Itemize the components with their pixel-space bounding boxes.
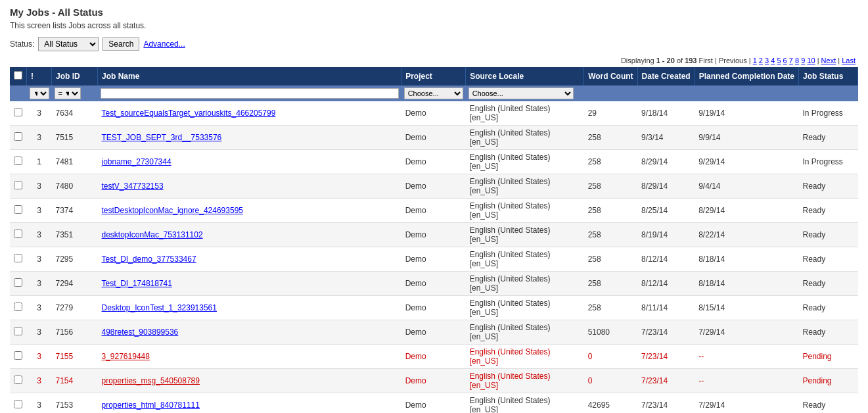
page-description: This screen lists Jobs across all status…: [10, 21, 858, 30]
row-checkbox[interactable]: [14, 303, 22, 311]
row-source-locale: English (United States) [en_US]: [466, 369, 584, 393]
jobname-filter-input[interactable]: [101, 88, 399, 99]
row-job-name: Desktop_IconTest_1_323913561: [98, 296, 401, 320]
row-job-name: Test_DI_174818741: [98, 272, 401, 296]
job-name-link[interactable]: Test_DI_174818741: [102, 279, 172, 288]
table-row: 3 7351 desktopIconMac_753131102 Demo Eng…: [10, 223, 858, 247]
header-project: Project: [401, 67, 466, 85]
row-exclamation: 3: [27, 272, 52, 296]
row-word-count: 0: [584, 369, 637, 393]
row-word-count: 258: [584, 296, 637, 320]
row-checkbox[interactable]: [14, 181, 22, 189]
row-job-status: In Progress: [799, 101, 858, 126]
locale-filter-select[interactable]: Choose... English (United States) [en_US…: [468, 87, 574, 99]
row-source-locale: English (United States) [en_US]: [466, 199, 584, 223]
row-source-locale: English (United States) [en_US]: [466, 150, 584, 174]
row-checkbox-col: [10, 223, 27, 247]
row-job-name: Test_sourceEqualsTarget_variouskits_4662…: [98, 101, 401, 126]
job-name-link[interactable]: Test_DI_demo_377533467: [102, 255, 196, 264]
job-name-link[interactable]: properties_html_840781111: [102, 401, 200, 410]
advanced-link[interactable]: Advanced...: [143, 39, 185, 49]
row-checkbox[interactable]: [14, 254, 22, 262]
row-checkbox[interactable]: [14, 400, 22, 408]
row-exclamation: 3: [27, 393, 52, 414]
row-checkbox[interactable]: [14, 278, 22, 287]
row-checkbox[interactable]: [14, 108, 22, 116]
table-body: 3 7634 Test_sourceEqualsTarget_variouski…: [10, 101, 858, 413]
column-header-row: ! Job ID Job Name Project Source Locale …: [10, 67, 858, 85]
job-name-link[interactable]: Desktop_IconTest_1_323913561: [102, 303, 217, 312]
job-name-link[interactable]: desktopIconMac_753131102: [102, 230, 203, 239]
row-date-created: 7/23/14: [637, 320, 695, 345]
row-planned-date: --: [695, 345, 798, 369]
row-job-id: 7480: [52, 174, 98, 199]
row-planned-date: --: [695, 369, 798, 393]
row-job-name: 3_927619448: [98, 345, 401, 369]
row-project: Demo: [401, 223, 466, 247]
search-button[interactable]: Search: [103, 37, 139, 51]
row-job-id: 7351: [52, 223, 98, 247]
table-row: 3 7480 testV_347732153 Demo English (Uni…: [10, 174, 858, 199]
row-project: Demo: [401, 247, 466, 272]
project-filter-select[interactable]: Choose... Demo: [404, 87, 463, 99]
row-checkbox[interactable]: [14, 351, 22, 360]
jobid-filter-operator[interactable]: = ▼: [55, 87, 81, 99]
row-planned-date: 9/19/14: [695, 101, 798, 126]
row-date-created: 8/12/14: [637, 272, 695, 296]
row-checkbox[interactable]: [14, 327, 22, 335]
filter-locale-col: Choose... English (United States) [en_US…: [466, 85, 584, 101]
row-job-name: properties_msg_540508789: [98, 369, 401, 393]
row-job-status: Ready: [799, 223, 858, 247]
row-job-status: Ready: [799, 247, 858, 272]
header-exclamation: !: [27, 67, 52, 85]
row-date-created: 7/23/14: [637, 393, 695, 414]
table-row: 3 7155 3_927619448 Demo English (United …: [10, 345, 858, 369]
table-row: 3 7515 TEST_JOB_SEPT_3rd__7533576 Demo E…: [10, 126, 858, 150]
row-date-created: 8/19/14: [637, 223, 695, 247]
row-job-name: testV_347732153: [98, 174, 401, 199]
row-checkbox[interactable]: [14, 132, 22, 141]
status-select[interactable]: All Status Ready In Progress Pending Com…: [38, 37, 99, 51]
filter-jobid-col: = ▼: [52, 85, 98, 101]
row-checkbox[interactable]: [14, 205, 22, 214]
row-job-name: properties_html_840781111: [98, 393, 401, 414]
job-name-link[interactable]: jobname_27307344: [102, 157, 171, 166]
job-name-link[interactable]: testV_347732153: [102, 182, 164, 191]
row-checkbox-col: [10, 369, 27, 393]
row-job-status: Pending: [799, 369, 858, 393]
row-date-created: 9/3/14: [637, 126, 695, 150]
select-all-checkbox[interactable]: [14, 71, 22, 80]
job-name-link[interactable]: 3_927619448: [102, 352, 150, 361]
row-date-created: 8/29/14: [637, 174, 695, 199]
row-job-id: 7634: [52, 101, 98, 126]
header-job-id[interactable]: Job ID: [52, 67, 98, 85]
row-word-count: 258: [584, 272, 637, 296]
filter-checkbox-col: [10, 85, 27, 101]
row-job-id: 7374: [52, 199, 98, 223]
row-checkbox[interactable]: [14, 376, 22, 384]
job-name-link[interactable]: 498retest_903899536: [102, 328, 179, 337]
job-name-link[interactable]: properties_msg_540508789: [102, 376, 200, 385]
filter-exclamation-col: ▼: [27, 85, 52, 101]
row-word-count: 29: [584, 101, 637, 126]
row-exclamation: 3: [27, 223, 52, 247]
row-job-status: Ready: [799, 174, 858, 199]
table-row: 1 7481 jobname_27307344 Demo English (Un…: [10, 150, 858, 174]
job-name-link[interactable]: Test_sourceEqualsTarget_variouskits_4662…: [102, 109, 276, 118]
exclamation-filter-select[interactable]: ▼: [30, 87, 49, 99]
row-source-locale: English (United States) [en_US]: [466, 223, 584, 247]
job-name-link[interactable]: testDesktopIconMac_ignore_424693595: [102, 206, 243, 215]
jobs-table: ! Job ID Job Name Project Source Locale …: [10, 67, 858, 413]
row-job-id: 7295: [52, 247, 98, 272]
filter-row: ▼ = ▼ Choose... Demo Choose...: [10, 85, 858, 101]
row-checkbox-col: [10, 345, 27, 369]
row-project: Demo: [401, 369, 466, 393]
row-job-status: Ready: [799, 272, 858, 296]
row-checkbox[interactable]: [14, 230, 22, 238]
row-job-name: 498retest_903899536: [98, 320, 401, 345]
job-name-link[interactable]: TEST_JOB_SEPT_3rd__7533576: [102, 133, 222, 142]
row-job-name: Test_DI_demo_377533467: [98, 247, 401, 272]
row-checkbox[interactable]: [14, 157, 22, 165]
row-exclamation: 3: [27, 199, 52, 223]
row-planned-date: 8/22/14: [695, 223, 798, 247]
